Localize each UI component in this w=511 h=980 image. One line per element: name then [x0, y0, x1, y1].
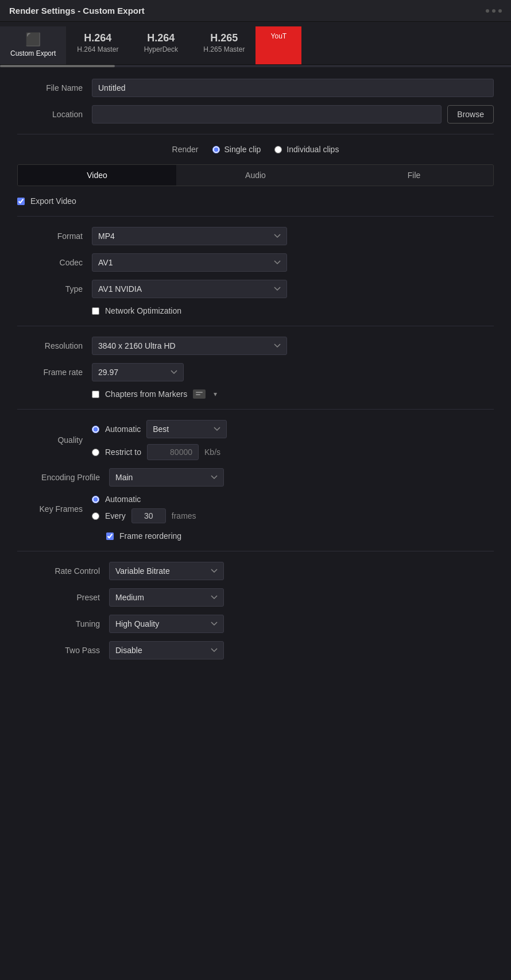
- framerate-row: Frame rate 23.976 24 25 29.97 30 50 59.9…: [17, 363, 494, 381]
- quality-restrict-label[interactable]: Restrict to: [105, 447, 141, 457]
- tab-hyperdeck[interactable]: H.264 HyperDeck: [129, 26, 192, 64]
- keyframes-auto-radio[interactable]: [92, 496, 99, 503]
- frame-reorder-label[interactable]: Frame reordering: [119, 531, 181, 541]
- scroll-indicator: [0, 65, 511, 67]
- framerate-label: Frame rate: [17, 368, 92, 377]
- tab-custom-export[interactable]: ⬛ Custom Export: [0, 26, 66, 64]
- export-video-row: Export Video: [17, 196, 494, 206]
- tab-video[interactable]: Video: [18, 165, 176, 186]
- encoding-profile-select[interactable]: Main High Baseline: [109, 468, 224, 487]
- dot-3: [498, 9, 502, 13]
- individual-clips-label[interactable]: Individual clips: [287, 145, 339, 154]
- tab-h264-master-label: H.264 Master: [77, 45, 118, 53]
- title-bar: Render Settings - Custom Export: [0, 0, 511, 22]
- restrict-input[interactable]: [147, 444, 199, 460]
- chapters-row: Chapters from Markers ▾: [92, 389, 494, 399]
- encoding-profile-label: Encoding Profile: [17, 473, 109, 482]
- render-row: Render Single clip Individual clips: [17, 145, 494, 154]
- network-opt-row: Network Optimization: [92, 306, 494, 315]
- keyframes-every-label[interactable]: Every: [105, 511, 126, 520]
- chapters-checkbox[interactable]: [92, 391, 99, 398]
- separator-4: [17, 409, 494, 410]
- codec-select[interactable]: AV1 H.264 H.265 ProRes: [92, 253, 287, 272]
- separator-5: [17, 551, 494, 551]
- type-row: Type AV1 NVIDIA AV1 Software: [17, 280, 494, 298]
- quality-radio-group: Automatic Best High Medium Low Restrict …: [92, 420, 227, 460]
- keyframes-every-radio[interactable]: [92, 512, 99, 520]
- quality-section: Quality Automatic Best High Medium Low R…: [17, 420, 494, 460]
- location-row: Location Browse: [17, 105, 494, 124]
- location-label: Location: [17, 110, 92, 119]
- keyframes-auto-label[interactable]: Automatic: [105, 495, 141, 504]
- filename-label: File Name: [17, 83, 92, 92]
- rate-control-label: Rate Control: [17, 566, 109, 576]
- keyframes-value-input[interactable]: [131, 508, 166, 523]
- browse-button[interactable]: Browse: [447, 105, 494, 124]
- tab-hyperdeck-label: HyperDeck: [144, 45, 178, 53]
- chapters-label[interactable]: Chapters from Markers: [105, 389, 187, 399]
- export-video-checkbox[interactable]: [17, 198, 25, 205]
- location-input[interactable]: [92, 105, 442, 124]
- network-opt-label[interactable]: Network Optimization: [105, 306, 181, 315]
- tab-youtube[interactable]: YouT: [256, 26, 301, 64]
- encoding-profile-row: Encoding Profile Main High Baseline: [17, 468, 494, 487]
- resolution-label: Resolution: [17, 341, 92, 350]
- quality-auto-radio[interactable]: [92, 426, 99, 433]
- chapters-icon: [193, 389, 206, 399]
- preset-label: Preset: [17, 593, 109, 602]
- rate-control-row: Rate Control Variable Bitrate Constant B…: [17, 562, 494, 580]
- single-clip-label[interactable]: Single clip: [224, 145, 261, 154]
- tab-hyperdeck-code: H.264: [147, 32, 175, 44]
- single-clip-radio-group: Single clip: [212, 145, 261, 154]
- tab-file[interactable]: File: [335, 165, 493, 186]
- quality-best-select[interactable]: Best High Medium Low: [146, 420, 227, 438]
- quality-auto-row: Automatic Best High Medium Low: [92, 420, 227, 438]
- format-row: Format MP4 QuickTime MXF AVI: [17, 227, 494, 245]
- framerate-select[interactable]: 23.976 24 25 29.97 30 50 59.94 60: [92, 363, 184, 381]
- scroll-bar: [0, 65, 115, 67]
- svg-rect-0: [196, 392, 203, 393]
- separator-2: [17, 216, 494, 217]
- window-title: Render Settings - Custom Export: [9, 6, 145, 16]
- export-video-label[interactable]: Export Video: [30, 196, 76, 206]
- tab-custom-export-label: Custom Export: [10, 49, 56, 57]
- codec-label: Codec: [17, 258, 92, 267]
- tab-h265-master-label: H.265 Master: [203, 45, 245, 53]
- tab-h264-master-code: H.264: [84, 32, 111, 44]
- quality-row: Quality Automatic Best High Medium Low R…: [17, 420, 494, 460]
- format-label: Format: [17, 232, 92, 241]
- format-select[interactable]: MP4 QuickTime MXF AVI: [92, 227, 287, 245]
- individual-clips-radio[interactable]: [274, 146, 282, 153]
- frame-reorder-checkbox[interactable]: [106, 533, 114, 540]
- restrict-unit-label: Kb/s: [204, 447, 220, 457]
- single-clip-radio[interactable]: [212, 146, 220, 153]
- window-controls: [486, 9, 502, 13]
- keyframes-auto-row: Automatic: [92, 495, 196, 504]
- preset-select[interactable]: Ultrafast Superfast Veryfast Fast Medium…: [109, 588, 224, 607]
- codec-row: Codec AV1 H.264 H.265 ProRes: [17, 253, 494, 272]
- tab-audio[interactable]: Audio: [176, 165, 335, 186]
- secondary-tabs: Video Audio File: [17, 164, 494, 186]
- quality-restrict-radio[interactable]: [92, 449, 99, 456]
- quality-restrict-row: Restrict to Kb/s: [92, 444, 227, 460]
- filename-input[interactable]: [92, 79, 494, 97]
- filename-row: File Name: [17, 79, 494, 97]
- two-pass-label: Two Pass: [17, 646, 109, 655]
- quality-label: Quality: [17, 435, 92, 445]
- preset-row: Preset Ultrafast Superfast Veryfast Fast…: [17, 588, 494, 607]
- tab-h264-master[interactable]: H.264 H.264 Master: [66, 26, 129, 64]
- rate-control-select[interactable]: Variable Bitrate Constant Bitrate Consta…: [109, 562, 224, 580]
- quality-auto-label[interactable]: Automatic: [105, 425, 141, 434]
- keyframes-every-row: Every frames: [92, 508, 196, 523]
- type-select[interactable]: AV1 NVIDIA AV1 Software: [92, 280, 287, 298]
- keyframes-options: Automatic Every frames: [92, 495, 196, 523]
- frames-unit-label: frames: [172, 511, 196, 520]
- tab-h265-master[interactable]: H.265 H.265 Master: [192, 26, 256, 64]
- tab-h265-master-code: H.265: [210, 32, 238, 44]
- two-pass-select[interactable]: Disable Enable: [109, 641, 224, 659]
- tuning-select[interactable]: High Quality Low Latency Ultra Low Laten…: [109, 615, 224, 633]
- network-opt-checkbox[interactable]: [92, 307, 99, 315]
- svg-rect-1: [196, 394, 200, 395]
- resolution-select[interactable]: 3840 x 2160 Ultra HD 1920 x 1080 HD 1280…: [92, 337, 287, 355]
- resolution-row: Resolution 3840 x 2160 Ultra HD 1920 x 1…: [17, 337, 494, 355]
